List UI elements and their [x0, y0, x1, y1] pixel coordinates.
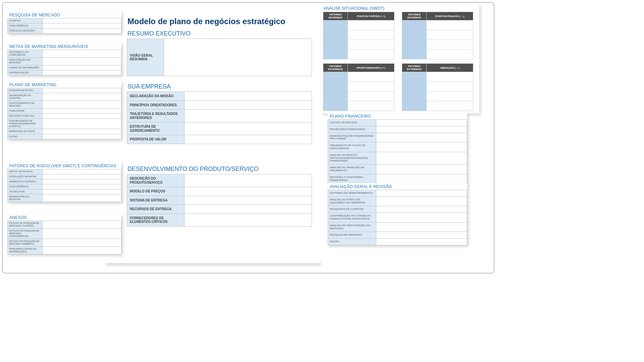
- swot-body-header: AMEAÇAS ( – ): [427, 64, 473, 72]
- row-value[interactable]: [184, 187, 312, 196]
- row-value[interactable]: [42, 119, 121, 129]
- row-value[interactable]: [42, 239, 121, 247]
- row-value[interactable]: [376, 239, 467, 245]
- row-value[interactable]: [376, 206, 467, 213]
- swot-body-header: PONTOS FORTES ( + ): [348, 12, 394, 20]
- table-row: SEGMENTAÇÃO DE CLIENTES: [8, 93, 121, 101]
- row-value[interactable]: [376, 190, 467, 197]
- swot-side-header: FATORES EXTERNOS: [323, 64, 348, 72]
- table-financeiro: FONTES DE RECEITA PROJEÇÕES FINANCEIRAS …: [328, 119, 467, 184]
- row-value[interactable]: [42, 50, 121, 58]
- row-value[interactable]: [42, 101, 121, 109]
- row-value[interactable]: [42, 129, 121, 134]
- row-value[interactable]: [42, 109, 121, 114]
- row-value[interactable]: [42, 174, 121, 179]
- swot-side-cell[interactable]: [323, 72, 348, 111]
- table-row: SISTEMAS DE MONITORAMENTO: [328, 190, 467, 197]
- swot-cell[interactable]: [348, 82, 394, 92]
- row-label: SISTEMAS DE MONITORAMENTO: [328, 190, 376, 197]
- table-row: POSSIBILIDADES DE VENDA CRUZADA PARA CLI…: [8, 119, 121, 129]
- row-label: PESQUISA DE MERCADO: [328, 232, 376, 239]
- row-value[interactable]: [42, 88, 121, 93]
- row-value[interactable]: [376, 133, 467, 142]
- swot-side-cell[interactable]: [402, 20, 427, 59]
- row-value[interactable]: [42, 184, 121, 189]
- row-value[interactable]: [184, 135, 312, 144]
- row-label: MODELO DE PREÇOS: [127, 187, 184, 196]
- row-label: OUTRO: [8, 134, 43, 139]
- row-value[interactable]: [184, 122, 312, 135]
- row-value[interactable]: [184, 101, 312, 110]
- row-value[interactable]: [42, 18, 121, 23]
- swot-cell[interactable]: [348, 92, 394, 101]
- row-value[interactable]: [184, 196, 312, 205]
- row-label: CONCORRÊNCIA: [8, 23, 43, 28]
- row-value[interactable]: [164, 39, 312, 76]
- swot-side-cell[interactable]: [402, 72, 427, 111]
- row-label: DESCRIÇÃO DO PRODUTO/SERVIÇO: [127, 174, 184, 187]
- row-value[interactable]: [42, 70, 121, 75]
- row-value[interactable]: [184, 174, 312, 187]
- swot-cell[interactable]: [348, 40, 394, 50]
- table-row: CANAIS DE DISTRIBUIÇÃO: [8, 65, 121, 70]
- row-value[interactable]: [42, 169, 121, 174]
- row-value[interactable]: [184, 214, 312, 226]
- swot-cell[interactable]: [427, 30, 473, 40]
- swot-cell[interactable]: [427, 40, 473, 50]
- row-label: CONCORRÊNCIA: [8, 184, 43, 189]
- swot-cell[interactable]: [427, 72, 473, 82]
- section-title: ANEXOS: [7, 214, 121, 221]
- row-value[interactable]: [376, 213, 467, 223]
- row-value[interactable]: [376, 174, 467, 184]
- row-value[interactable]: [42, 65, 121, 70]
- swot-cell[interactable]: [427, 50, 473, 59]
- swot-row: [323, 72, 394, 82]
- row-value[interactable]: [376, 196, 467, 206]
- row-value[interactable]: [42, 247, 121, 254]
- table-row: REVISÕES E AUDITORIAS FINANCEIRAS: [328, 174, 467, 184]
- row-label: CLIENTES: [8, 18, 43, 23]
- swot-cell[interactable]: [427, 101, 473, 111]
- swot-cell[interactable]: [427, 20, 473, 30]
- row-label: RELAÇÕES PÚBLICAS: [8, 114, 43, 119]
- row-value[interactable]: [184, 92, 312, 101]
- row-value[interactable]: [376, 152, 467, 164]
- row-value[interactable]: [42, 23, 121, 28]
- row-value[interactable]: [42, 194, 121, 202]
- swot-cell[interactable]: [348, 101, 394, 111]
- row-value[interactable]: [42, 229, 121, 239]
- table-avaliacao: SISTEMAS DE MONITORAMENTO ANÁLISE DE PON…: [328, 190, 467, 245]
- row-value[interactable]: [42, 58, 121, 65]
- swot-weaknesses: FATORES INTERNOSPONTOS FRACOS ( – ): [402, 12, 473, 59]
- swot-cell[interactable]: [348, 50, 394, 59]
- row-label: DEMONSTRAÇÕES FINANCEIRAS PRO FORMA: [328, 133, 376, 142]
- card-metas-marketing: METAS DE MARKETING MENSURÁVEIS SENTIMENT…: [7, 43, 121, 75]
- row-value[interactable]: [376, 120, 467, 126]
- card-swot: ANÁLISE SITUACIONAL (SWOT) FATORES INTER…: [321, 5, 479, 114]
- swot-cell[interactable]: [348, 72, 394, 82]
- row-value[interactable]: [376, 165, 467, 174]
- swot-cell[interactable]: [348, 30, 394, 40]
- row-value[interactable]: [184, 110, 312, 122]
- row-value[interactable]: [184, 205, 312, 214]
- section-title: SUA EMPRESA: [127, 83, 312, 92]
- table-row: AMBIENTE ECONÔMICO: [8, 179, 121, 184]
- row-value[interactable]: [376, 142, 467, 152]
- row-value[interactable]: [376, 126, 467, 133]
- table-row: DIVERSIFICAÇÃO: [8, 70, 121, 75]
- swot-side-cell[interactable]: [323, 20, 348, 59]
- swot-cell[interactable]: [427, 92, 473, 101]
- swot-cell[interactable]: [427, 82, 473, 92]
- row-value[interactable]: [42, 189, 121, 194]
- row-value[interactable]: [376, 232, 467, 239]
- row-value[interactable]: [42, 134, 121, 139]
- row-value[interactable]: [42, 179, 121, 184]
- row-value[interactable]: [42, 93, 121, 101]
- row-value[interactable]: [376, 222, 467, 232]
- swot-cell[interactable]: [348, 20, 394, 30]
- row-value[interactable]: [42, 28, 121, 34]
- row-label: ESTUDO DE PESQUISA DE MERCADO: CONCORRÊN…: [8, 229, 43, 239]
- row-value[interactable]: [42, 114, 121, 119]
- row-value[interactable]: [42, 221, 121, 229]
- swot-top-row: FATORES INTERNOSPONTOS FORTES ( + ) FATO…: [323, 12, 477, 59]
